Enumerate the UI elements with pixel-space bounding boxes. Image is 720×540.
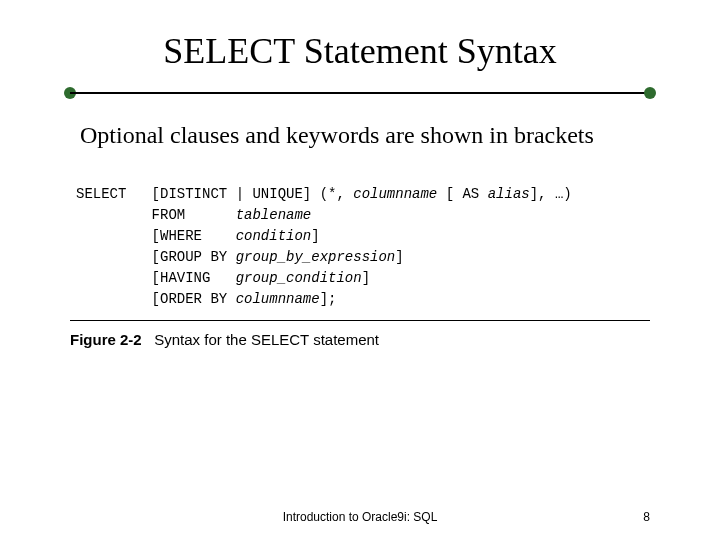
code-block: SELECT [DISTINCT | UNIQUE] (*, columnnam… xyxy=(70,174,650,321)
code-l3c: ] xyxy=(311,228,319,244)
code-l4c: ] xyxy=(395,249,403,265)
code-l6a: [ORDER BY xyxy=(76,291,236,307)
code-l1d: alias xyxy=(488,186,530,202)
title-divider xyxy=(70,86,650,100)
figure-label: Figure 2-2 xyxy=(70,331,142,348)
footer-page-number: 8 xyxy=(643,510,650,524)
body-paragraph: Optional clauses and keywords are shown … xyxy=(80,120,640,150)
code-l1b: columnname xyxy=(353,186,437,202)
code-l5c: ] xyxy=(362,270,370,286)
code-l1a: SELECT [DISTINCT | UNIQUE] (*, xyxy=(76,186,353,202)
divider-line xyxy=(70,92,650,94)
code-figure: SELECT [DISTINCT | UNIQUE] (*, columnnam… xyxy=(70,174,650,348)
code-l6c: ]; xyxy=(320,291,337,307)
code-l5a: [HAVING xyxy=(76,270,236,286)
divider-dot-right xyxy=(644,87,656,99)
footer-center-text: Introduction to Oracle9i: SQL xyxy=(0,510,720,524)
slide-title: SELECT Statement Syntax xyxy=(0,0,720,72)
code-l2a: FROM xyxy=(76,207,236,223)
figure-caption: Figure 2-2 Syntax for the SELECT stateme… xyxy=(70,331,650,348)
code-l3a: [WHERE xyxy=(76,228,236,244)
code-l6b: columnname xyxy=(236,291,320,307)
code-l2b: tablename xyxy=(236,207,312,223)
code-l1c: [ AS xyxy=(437,186,487,202)
code-l4a: [GROUP BY xyxy=(76,249,236,265)
code-l3b: condition xyxy=(236,228,312,244)
code-l5b: group_condition xyxy=(236,270,362,286)
figure-caption-text: Syntax for the SELECT statement xyxy=(154,331,379,348)
code-l4b: group_by_expression xyxy=(236,249,396,265)
code-l1e: ], …) xyxy=(530,186,572,202)
slide: SELECT Statement Syntax Optional clauses… xyxy=(0,0,720,540)
